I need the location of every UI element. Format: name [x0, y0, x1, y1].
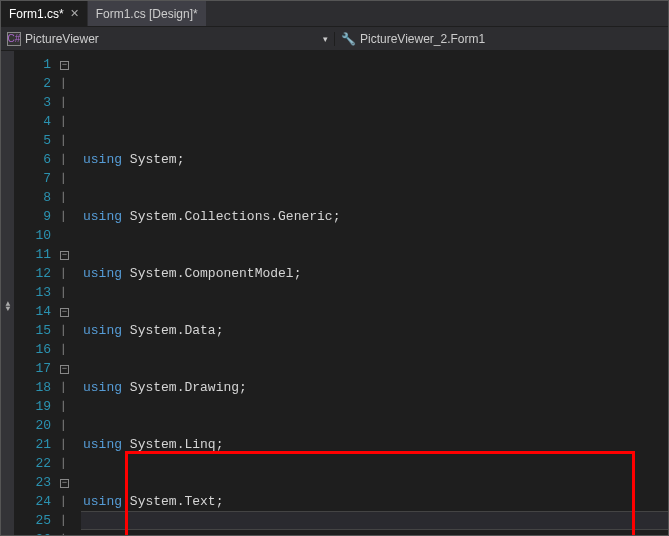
csharp-icon: C#	[7, 32, 21, 46]
line-number: 26	[15, 530, 51, 536]
code-area[interactable]: using System; using System.Collections.G…	[81, 51, 668, 535]
fold-toggle[interactable]: −	[59, 473, 81, 492]
line-number: 23	[15, 473, 51, 492]
fold-toggle[interactable]: −	[59, 359, 81, 378]
wrench-icon: 🔧	[341, 32, 356, 46]
line-number: 5	[15, 131, 51, 150]
tab-form1-cs[interactable]: Form1.cs* ✕	[1, 1, 88, 26]
line-number-gutter: 1 2 3 4 5 6 7 8 9 10 11 12 13 14 15 16 1…	[15, 51, 59, 535]
line-number: 6	[15, 150, 51, 169]
scope-project-label: PictureViewer	[25, 32, 99, 46]
code-editor[interactable]: ▲▼ 1 2 3 4 5 6 7 8 9 10 11 12 13 14 15 1…	[1, 51, 668, 535]
line-number: 7	[15, 169, 51, 188]
tab-label: Form1.cs [Design]*	[96, 7, 198, 21]
line-number: 14	[15, 302, 51, 321]
tab-form1-design[interactable]: Form1.cs [Design]*	[88, 1, 207, 26]
tab-label: Form1.cs*	[9, 7, 64, 21]
line-number: 9	[15, 207, 51, 226]
line-number: 17	[15, 359, 51, 378]
line-number: 18	[15, 378, 51, 397]
line-number: 10	[15, 226, 51, 245]
outlining-gutter: − ││││ ││││ − ││ − ││ − ││││ │ − ││││ │	[59, 51, 81, 535]
scope-project-dropdown[interactable]: C# PictureViewer ▾	[1, 32, 335, 46]
close-icon[interactable]: ✕	[70, 7, 79, 20]
line-number: 4	[15, 112, 51, 131]
tab-bar: Form1.cs* ✕ Form1.cs [Design]*	[1, 1, 668, 27]
line-number: 2	[15, 74, 51, 93]
line-number: 20	[15, 416, 51, 435]
line-number: 3	[15, 93, 51, 112]
track-changes-icon[interactable]: ▲▼	[2, 301, 14, 311]
line-number: 1	[15, 55, 51, 74]
scope-class-label: PictureViewer_2.Form1	[360, 32, 485, 46]
line-number: 11	[15, 245, 51, 264]
line-number: 25	[15, 511, 51, 530]
line-number: 16	[15, 340, 51, 359]
line-number: 12	[15, 264, 51, 283]
fold-toggle[interactable]: −	[59, 302, 81, 321]
fold-toggle[interactable]: −	[59, 55, 81, 74]
line-number: 13	[15, 283, 51, 302]
line-number: 8	[15, 188, 51, 207]
navigation-bar: C# PictureViewer ▾ 🔧 PictureViewer_2.For…	[1, 27, 668, 51]
line-number: 19	[15, 397, 51, 416]
line-number: 22	[15, 454, 51, 473]
chevron-down-icon: ▾	[323, 34, 328, 44]
scope-class-dropdown[interactable]: 🔧 PictureViewer_2.Form1	[335, 32, 668, 46]
indicator-margin: ▲▼	[1, 51, 15, 535]
line-number: 24	[15, 492, 51, 511]
line-number: 15	[15, 321, 51, 340]
fold-toggle[interactable]: −	[59, 245, 81, 264]
line-number: 21	[15, 435, 51, 454]
